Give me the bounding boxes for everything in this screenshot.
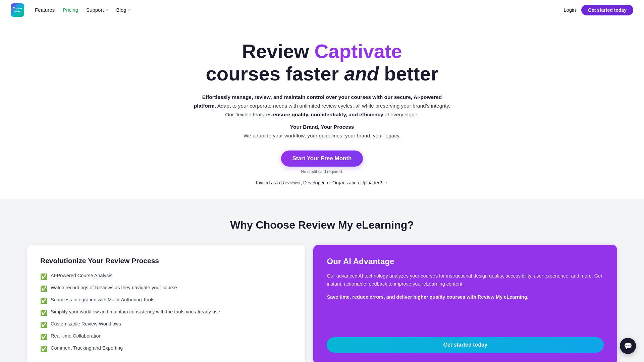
list-item: ✅Comment Tracking and Exporting: [40, 345, 292, 353]
brand-title: Your Brand, Your Process: [290, 124, 354, 130]
check-icon: ✅: [40, 273, 47, 280]
feature-text: Comment Tracking and Exporting: [51, 345, 123, 351]
nav-link-features[interactable]: Features: [35, 7, 55, 13]
right-card: Our AI Advantage Our advanced AI technol…: [313, 245, 617, 362]
list-item: ✅Watch recordings of Reviews as they nav…: [40, 285, 292, 292]
hero-desc-emphasis: ensure quality, confidentiality, and eff…: [273, 112, 383, 117]
check-icon: ✅: [40, 309, 47, 316]
right-card-title: Our AI Advantage: [327, 257, 604, 266]
list-item: ✅Seamless Integration with Major Authori…: [40, 297, 292, 304]
feature-text: Customizable Review Workflows: [51, 321, 121, 326]
nav-link-pricing[interactable]: Pricing: [63, 7, 78, 13]
check-icon: ✅: [40, 346, 47, 353]
hero-cta-area: Start Your Free Month No credit card req…: [8, 140, 636, 185]
right-card-desc: Our advanced AI technology analyzes your…: [327, 272, 604, 288]
nav-right: Login Get started today: [564, 5, 633, 15]
free-month-button[interactable]: Start Your Free Month: [281, 150, 363, 167]
feature-text: Simplify your workflow and maintain cons…: [51, 309, 220, 314]
check-icon: ✅: [40, 297, 47, 304]
feature-list: ✅AI-Powered Course Analysis✅Watch record…: [40, 273, 292, 353]
check-icon: ✅: [40, 285, 47, 292]
check-icon: ✅: [40, 321, 47, 328]
why-title: Why Choose Review My eLearning?: [27, 219, 617, 231]
invited-link[interactable]: Invited as a Reviewer, Developer, or Org…: [8, 180, 636, 185]
check-icon: ✅: [40, 334, 47, 341]
hero-headline: Review Captivate courses faster and bett…: [8, 40, 636, 85]
logo[interactable]: ReviewMyeL: [11, 3, 24, 17]
left-card: Revolutionize Your Review Process ✅AI-Po…: [27, 245, 305, 362]
cards-row: Revolutionize Your Review Process ✅AI-Po…: [27, 245, 617, 362]
nav-link-support-label: Support: [86, 7, 104, 13]
left-card-title: Revolutionize Your Review Process: [40, 257, 292, 265]
hero-section: Review Captivate courses faster and bett…: [0, 20, 644, 199]
headline-and: and: [344, 63, 379, 84]
headline-review: Review: [242, 40, 314, 62]
headline-captivate: Captivate: [314, 40, 402, 62]
login-button[interactable]: Login: [564, 7, 576, 13]
feature-text: AI-Powered Course Analysis: [51, 273, 112, 278]
external-link-icon-2: ↗: [128, 8, 131, 12]
list-item: ✅Simplify your workflow and maintain con…: [40, 309, 292, 316]
chat-bubble[interactable]: 💬: [620, 338, 636, 354]
chat-icon: 💬: [624, 342, 632, 350]
no-credit-text: No credit card required.: [8, 169, 636, 174]
list-item: ✅AI-Powered Course Analysis: [40, 273, 292, 280]
nav-links: Features Pricing Support ↗ Blog ↗: [35, 7, 131, 13]
hero-desc-rest2: at every stage.: [383, 112, 419, 117]
external-link-icon: ↗: [105, 8, 108, 12]
feature-text: Real-time Collaboration: [51, 333, 102, 339]
nav-left: ReviewMyeL Features Pricing Support ↗ Bl…: [11, 3, 131, 17]
list-item: ✅Customizable Review Workflows: [40, 321, 292, 328]
hero-brand: Your Brand, Your Process We adapt to you…: [8, 123, 636, 140]
headline-better: better: [379, 63, 438, 84]
nav-link-blog[interactable]: Blog ↗: [116, 7, 131, 13]
brand-desc: We adapt to your workflow, your guidelin…: [244, 133, 400, 138]
hero-description: Effortlessly manage, review, and maintai…: [191, 93, 453, 119]
why-section: Why Choose Review My eLearning? Revoluti…: [0, 199, 644, 362]
feature-text: Watch recordings of Reviews as they navi…: [51, 285, 177, 290]
feature-text: Seamless Integration with Major Authorin…: [51, 297, 154, 302]
navbar: ReviewMyeL Features Pricing Support ↗ Bl…: [0, 0, 644, 20]
right-card-content: Our AI Advantage Our advanced AI technol…: [327, 257, 604, 301]
logo-text: ReviewMyeL: [13, 7, 22, 13]
right-card-bold: Save time, reduce errors, and deliver hi…: [327, 294, 604, 301]
right-card-cta-button[interactable]: Get started today: [327, 337, 604, 353]
nav-link-support[interactable]: Support ↗: [86, 7, 108, 13]
headline-courses: courses faster: [206, 63, 344, 84]
nav-link-blog-label: Blog: [116, 7, 126, 13]
list-item: ✅Real-time Collaboration: [40, 333, 292, 341]
nav-cta-button[interactable]: Get started today: [581, 5, 633, 15]
